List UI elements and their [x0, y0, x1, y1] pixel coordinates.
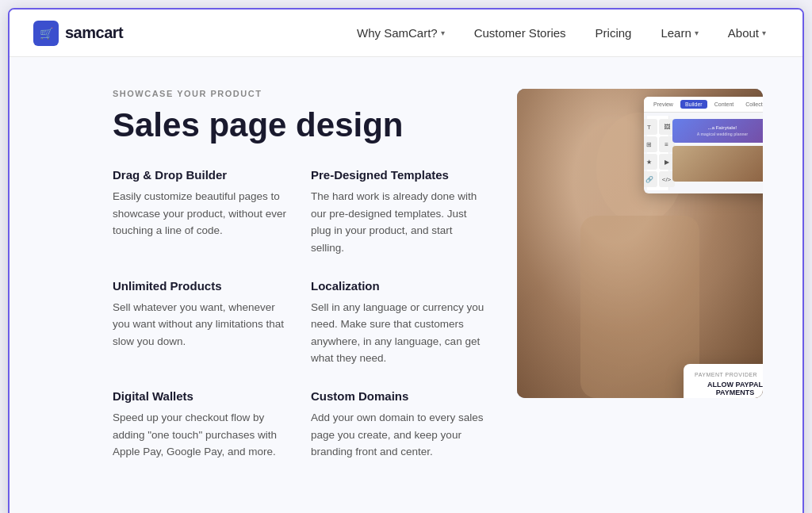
chevron-down-icon: ▾ — [441, 29, 445, 37]
feature-title-pre-designed: Pre-Designed Templates — [311, 168, 485, 182]
payment-provider-label: Payment Provider — [695, 372, 763, 377]
ui-content-area: T 🖼 ⊞ ≡ ★ ▶ 🔗 </> — [644, 113, 763, 193]
feature-unlimited-products: Unlimited Products Sell whatever you wan… — [113, 279, 287, 367]
feature-title-wallets: Digital Wallets — [113, 389, 287, 403]
nav-item-why-samcart[interactable]: Why SamCart? ▾ — [344, 20, 458, 46]
nav-item-learn[interactable]: Learn ▾ — [648, 20, 710, 46]
main-content: SHOWCASE YOUR PRODUCT Sales page design … — [10, 57, 802, 513]
feature-title-unlimited: Unlimited Products — [113, 279, 287, 293]
feature-pre-designed: Pre-Designed Templates The hard work is … — [311, 168, 485, 256]
sidebar-icon-text[interactable]: T — [644, 119, 657, 135]
features-grid: Drag & Drop Builder Easily customize bea… — [113, 168, 485, 461]
feature-custom-domains: Custom Domains Add your own domain to ev… — [311, 389, 485, 461]
logo-area: 🛒 samcart — [33, 21, 123, 46]
nav-items: Why SamCart? ▾ Customer Stories Pricing … — [344, 20, 779, 46]
feature-drag-drop: Drag & Drop Builder Easily customize bea… — [113, 168, 287, 256]
payment-title: ALLOW PAYPAL PAYMENTS — [695, 381, 763, 396]
navbar: 🛒 samcart Why SamCart? ▾ Customer Storie… — [10, 10, 802, 57]
ui-tab-preview[interactable]: Preview — [649, 100, 678, 109]
feature-desc-domains: Add your own domain to every sales page … — [311, 409, 485, 461]
ui-tab-builder[interactable]: Builder — [680, 100, 707, 109]
page-wrapper: 🛒 samcart Why SamCart? ▾ Customer Storie… — [8, 8, 804, 513]
nav-item-customer-stories[interactable]: Customer Stories — [462, 20, 579, 46]
nav-item-about[interactable]: About ▾ — [715, 20, 779, 46]
feature-title-domains: Custom Domains — [311, 389, 485, 403]
feature-desc-drag-drop: Easily customize beautiful pages to show… — [113, 188, 287, 239]
ui-topbar: Preview Builder Content Collections Sett… — [644, 97, 763, 113]
ui-tab-collections[interactable]: Collections — [741, 100, 763, 109]
fairy-subtitle: A magical wedding planner — [679, 132, 763, 136]
ui-builder-overlay: Preview Builder Content Collections Sett… — [644, 97, 763, 193]
ui-sidebar: T 🖼 ⊞ ≡ ★ ▶ 🔗 </> — [647, 116, 669, 190]
page-title: Sales page design — [113, 106, 485, 144]
product-image: Preview Builder Content Collections Sett… — [517, 89, 763, 398]
nav-item-pricing[interactable]: Pricing — [583, 20, 645, 46]
ui-tab-content[interactable]: Content — [710, 100, 739, 109]
chevron-down-icon: ▾ — [762, 29, 766, 37]
feature-title-drag-drop: Drag & Drop Builder — [113, 168, 287, 182]
logo-text: samcart — [65, 24, 123, 42]
right-content: Preview Builder Content Collections Sett… — [517, 89, 763, 489]
feature-title-localization: Localization — [311, 279, 485, 293]
sidebar-icon-star[interactable]: ★ — [644, 154, 657, 170]
payment-popup: Payment Provider ALLOW PAYPAL PAYMENTS O… — [684, 364, 763, 398]
chevron-down-icon: ▾ — [695, 29, 699, 37]
logo-icon: 🛒 — [33, 21, 59, 46]
ui-fairy-card: ...a Fairytale! A magical wedding planne… — [672, 119, 763, 143]
feature-digital-wallets: Digital Wallets Speed up your checkout f… — [113, 389, 287, 461]
ui-main-canvas: ...a Fairytale! A magical wedding planne… — [669, 116, 763, 190]
svg-rect-1 — [580, 216, 699, 398]
fairy-label: ...a Fairytale! — [679, 125, 763, 130]
feature-localization: Localization Sell in any language or cur… — [311, 279, 485, 367]
feature-desc-pre-designed: The hard work is already done with our p… — [311, 188, 485, 256]
sidebar-icon-link[interactable]: 🔗 — [644, 171, 657, 187]
sidebar-icon-grid[interactable]: ⊞ — [644, 136, 657, 152]
showcase-label: SHOWCASE YOUR PRODUCT — [113, 89, 485, 98]
feature-desc-localization: Sell in any language or currency you nee… — [311, 299, 485, 367]
feature-desc-wallets: Speed up your checkout flow by adding "o… — [113, 409, 287, 461]
feature-desc-unlimited: Sell whatever you want, whenever you wan… — [113, 299, 287, 350]
left-content: SHOWCASE YOUR PRODUCT Sales page design … — [113, 89, 485, 489]
couple-image — [672, 146, 763, 182]
